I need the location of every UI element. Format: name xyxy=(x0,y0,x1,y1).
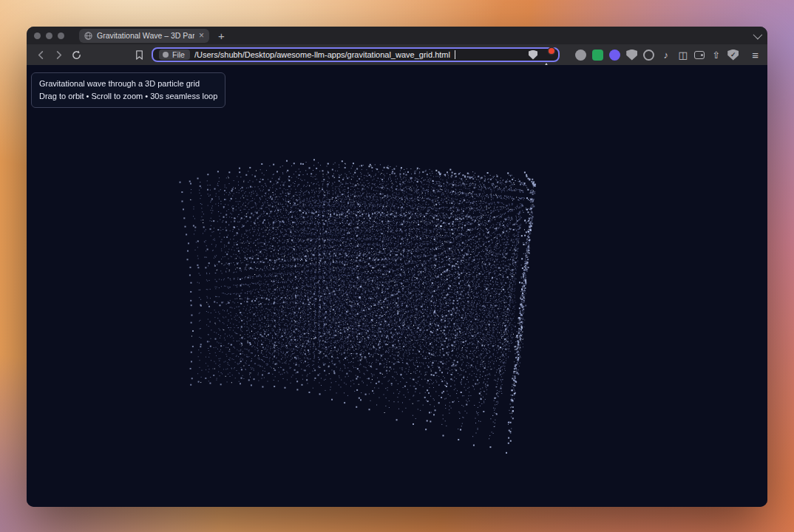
address-bar[interactable]: File /Users/shubh/Desktop/awesome-llm-ap… xyxy=(152,47,560,62)
extension-icons: ♪◫⇧✓ xyxy=(575,50,739,61)
back-button[interactable] xyxy=(35,50,47,61)
media-note-icon[interactable]: ♪ xyxy=(660,50,671,61)
share-icon[interactable]: ⇧ xyxy=(710,50,722,61)
scheme-label: File xyxy=(172,50,185,59)
browser-tab[interactable]: Gravitational Wave – 3D Partic × xyxy=(79,29,209,43)
file-scheme-icon xyxy=(163,52,169,58)
tab-strip: Gravitational Wave – 3D Partic × + xyxy=(27,27,767,44)
url-text[interactable]: /Users/shubh/Desktop/awesome-llm-apps/gr… xyxy=(194,50,450,59)
tab-search-chevron-icon[interactable] xyxy=(753,30,763,39)
scheme-chip: File xyxy=(159,50,190,60)
ring-extension-icon[interactable] xyxy=(643,50,654,61)
tab-title: Gravitational Wave – 3D Partic xyxy=(97,31,194,40)
globe-icon xyxy=(84,32,92,40)
text-caret xyxy=(455,50,455,59)
close-window-button[interactable] xyxy=(34,33,41,39)
bookmark-icon[interactable] xyxy=(134,50,145,61)
shield-extension-icon[interactable] xyxy=(626,50,637,61)
overlay-subtitle: Drag to orbit • Scroll to zoom • 30s sea… xyxy=(39,90,217,103)
notification-badge xyxy=(549,48,554,54)
toolbar: File /Users/shubh/Desktop/awesome-llm-ap… xyxy=(27,44,767,65)
privacy-shield-icon[interactable]: ✓ xyxy=(727,50,739,61)
minimize-window-button[interactable] xyxy=(46,33,52,39)
reload-button[interactable] xyxy=(71,50,82,61)
info-overlay: Gravitational wave through a 3D particle… xyxy=(31,72,225,108)
new-tab-button[interactable]: + xyxy=(218,30,225,41)
brave-rewards-icon[interactable] xyxy=(542,50,552,59)
extension-purple-icon[interactable] xyxy=(609,50,620,61)
zoom-window-button[interactable] xyxy=(58,33,64,39)
extension-green-icon[interactable] xyxy=(592,50,603,61)
overlay-title: Gravitational wave through a 3D particle… xyxy=(39,78,217,90)
sidebar-icon[interactable]: ◫ xyxy=(677,50,688,61)
page-content: Gravitational wave through a 3D particle… xyxy=(27,65,767,507)
tab-close-icon[interactable]: × xyxy=(199,31,204,40)
brave-shield-icon[interactable] xyxy=(529,50,537,60)
particle-canvas[interactable] xyxy=(27,65,767,507)
wallet-icon[interactable] xyxy=(694,51,705,59)
desktop-wallpaper: Gravitational Wave – 3D Partic × + xyxy=(0,0,794,532)
browser-window: Gravitational Wave – 3D Partic × + xyxy=(27,27,767,507)
window-controls xyxy=(34,33,64,39)
menu-button[interactable]: ≡ xyxy=(752,50,759,61)
forward-button[interactable] xyxy=(53,50,64,61)
extension-circle-icon[interactable] xyxy=(575,50,586,61)
